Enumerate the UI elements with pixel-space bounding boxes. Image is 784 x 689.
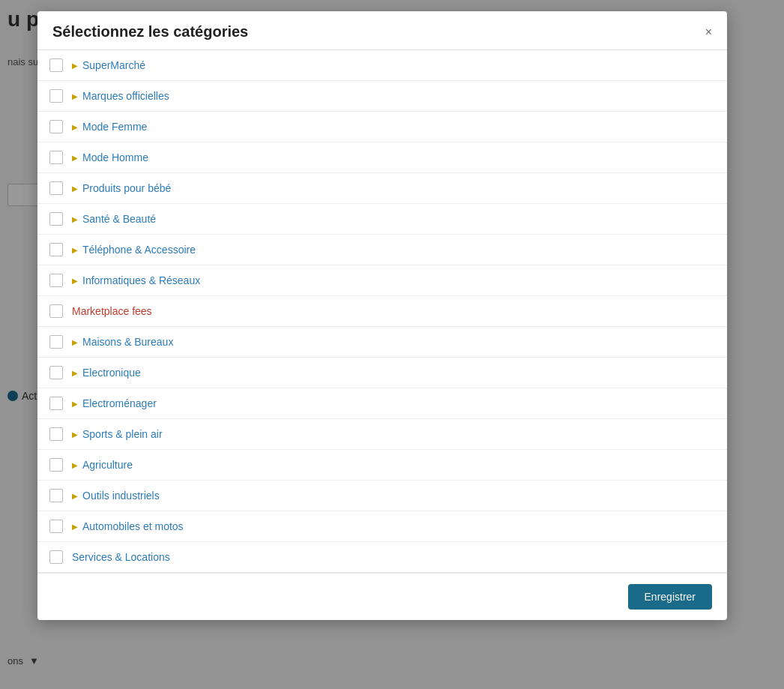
category-row-services-locations[interactable]: Services & Locations xyxy=(37,542,727,573)
expand-arrow-icon: ▶ xyxy=(72,492,78,500)
category-label-outils-industriels: Outils industriels xyxy=(82,490,160,502)
checkbox-telephone-accessoire[interactable] xyxy=(49,243,63,256)
checkbox-produits-bebe[interactable] xyxy=(49,181,63,195)
category-label-marketplace-fees: Marketplace fees xyxy=(72,305,152,317)
expand-arrow-icon: ▶ xyxy=(72,461,78,469)
category-row-automobiles-motos[interactable]: ▶Automobiles et motos xyxy=(37,511,727,542)
checkbox-marques-officielles[interactable] xyxy=(49,89,63,103)
checkbox-informatiques-reseaux[interactable] xyxy=(49,274,63,287)
modal-close-button[interactable]: × xyxy=(705,26,712,38)
category-label-electronique: Electronique xyxy=(82,367,141,379)
category-label-services-locations: Services & Locations xyxy=(72,551,170,563)
checkbox-marketplace-fees[interactable] xyxy=(49,304,63,318)
checkbox-automobiles-motos[interactable] xyxy=(49,520,63,533)
category-label-produits-bebe: Produits pour bébé xyxy=(82,182,171,194)
category-row-marketplace-fees[interactable]: Marketplace fees xyxy=(37,296,727,327)
expand-arrow-icon: ▶ xyxy=(72,523,78,531)
category-label-sports-plein-air: Sports & plein air xyxy=(82,428,163,440)
category-label-agriculture: Agriculture xyxy=(82,459,133,471)
checkbox-sports-plein-air[interactable] xyxy=(49,427,63,441)
expand-arrow-icon: ▶ xyxy=(72,430,78,439)
category-row-mode-homme[interactable]: ▶Mode Homme xyxy=(37,142,727,173)
category-row-maisons-bureaux[interactable]: ▶Maisons & Bureaux xyxy=(37,327,727,358)
checkbox-agriculture[interactable] xyxy=(49,458,63,472)
checkbox-mode-homme[interactable] xyxy=(49,151,63,164)
expand-arrow-icon: ▶ xyxy=(72,61,78,70)
category-list: ▶SuperMarché▶Marques officielles▶Mode Fe… xyxy=(37,50,727,573)
checkbox-electromenager[interactable] xyxy=(49,397,63,410)
save-button[interactable]: Enregistrer xyxy=(628,584,712,610)
checkbox-sante-beaute[interactable] xyxy=(49,212,63,226)
checkbox-outils-industriels[interactable] xyxy=(49,489,63,502)
category-label-maisons-bureaux: Maisons & Bureaux xyxy=(82,336,173,348)
modal-footer: Enregistrer xyxy=(37,573,727,620)
expand-arrow-icon: ▶ xyxy=(72,338,78,346)
expand-arrow-icon: ▶ xyxy=(72,369,78,377)
checkbox-maisons-bureaux[interactable] xyxy=(49,335,63,349)
category-row-sante-beaute[interactable]: ▶Santé & Beauté xyxy=(37,204,727,235)
category-row-marques-officielles[interactable]: ▶Marques officielles xyxy=(37,81,727,112)
category-row-sports-plein-air[interactable]: ▶Sports & plein air xyxy=(37,419,727,450)
category-label-telephone-accessoire: Téléphone & Accessoire xyxy=(82,244,196,256)
expand-arrow-icon: ▶ xyxy=(72,184,78,193)
category-row-outils-industriels[interactable]: ▶Outils industriels xyxy=(37,481,727,511)
category-label-electromenager: Electroménager xyxy=(82,397,157,409)
category-modal: Sélectionnez les catégories × ▶SuperMarc… xyxy=(37,11,727,620)
category-row-telephone-accessoire[interactable]: ▶Téléphone & Accessoire xyxy=(37,235,727,265)
category-label-mode-homme: Mode Homme xyxy=(82,151,148,163)
modal-header: Sélectionnez les catégories × xyxy=(37,11,727,50)
category-label-marques-officielles: Marques officielles xyxy=(82,90,169,102)
category-row-informatiques-reseaux[interactable]: ▶Informatiques & Réseaux xyxy=(37,265,727,296)
checkbox-supermarche[interactable] xyxy=(49,58,63,72)
expand-arrow-icon: ▶ xyxy=(72,215,78,223)
category-label-supermarche: SuperMarché xyxy=(82,59,145,71)
category-row-mode-femme[interactable]: ▶Mode Femme xyxy=(37,112,727,142)
checkbox-electronique[interactable] xyxy=(49,366,63,379)
expand-arrow-icon: ▶ xyxy=(72,277,78,285)
checkbox-services-locations[interactable] xyxy=(49,550,63,564)
category-label-mode-femme: Mode Femme xyxy=(82,121,147,133)
category-label-informatiques-reseaux: Informatiques & Réseaux xyxy=(82,274,200,286)
category-row-electronique[interactable]: ▶Electronique xyxy=(37,358,727,388)
modal-title: Sélectionnez les catégories xyxy=(52,23,248,40)
expand-arrow-icon: ▶ xyxy=(72,154,78,162)
expand-arrow-icon: ▶ xyxy=(72,400,78,408)
category-label-sante-beaute: Santé & Beauté xyxy=(82,213,156,225)
expand-arrow-icon: ▶ xyxy=(72,92,78,100)
category-row-electromenager[interactable]: ▶Electroménager xyxy=(37,388,727,419)
category-row-produits-bebe[interactable]: ▶Produits pour bébé xyxy=(37,173,727,204)
category-label-automobiles-motos: Automobiles et motos xyxy=(82,520,184,532)
checkbox-mode-femme[interactable] xyxy=(49,120,63,133)
category-row-supermarche[interactable]: ▶SuperMarché xyxy=(37,50,727,81)
category-row-agriculture[interactable]: ▶Agriculture xyxy=(37,450,727,481)
expand-arrow-icon: ▶ xyxy=(72,123,78,131)
expand-arrow-icon: ▶ xyxy=(72,246,78,254)
